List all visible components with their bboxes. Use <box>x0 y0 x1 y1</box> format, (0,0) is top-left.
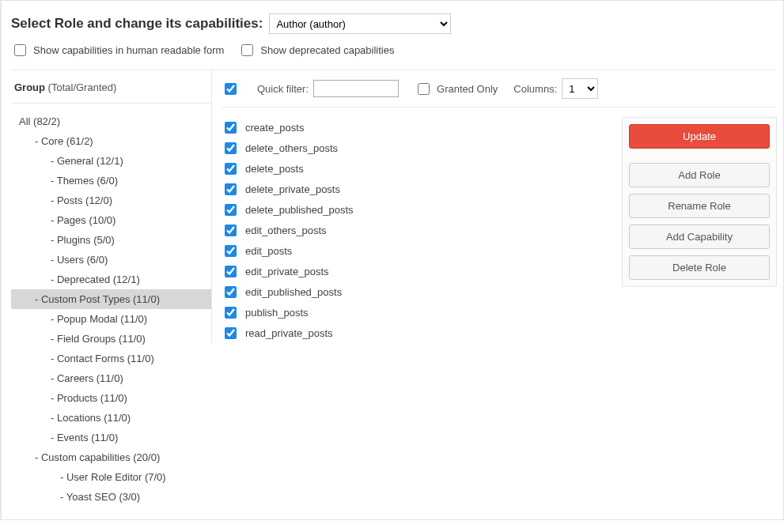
rename-role-button[interactable]: Rename Role <box>629 194 770 218</box>
tree-item[interactable]: - Core (61/2) <box>11 131 211 151</box>
capability-item: edit_published_posts <box>222 281 614 302</box>
capability-checkbox[interactable] <box>225 245 237 257</box>
capability-item: create_posts <box>222 117 614 138</box>
capability-label: create_posts <box>245 122 304 134</box>
quick-filter: Quick filter: <box>257 80 399 97</box>
role-select[interactable]: Author (author) <box>269 13 451 34</box>
columns: Group (Total/Granted) All (82/2)- Core (… <box>11 70 775 507</box>
tree-item[interactable]: - Locations (11/0) <box>11 408 211 428</box>
tree-item[interactable]: - User Role Editor (7/0) <box>11 467 211 487</box>
capability-item: edit_private_posts <box>222 261 614 281</box>
main-area: Quick filter: Granted Only Columns: 1 cr… <box>211 70 775 343</box>
granted-only-label: Granted Only <box>437 83 498 95</box>
add-role-button[interactable]: Add Role <box>629 163 770 187</box>
capability-label: delete_others_posts <box>245 142 338 154</box>
capability-checkbox[interactable] <box>225 122 237 134</box>
tree-item[interactable]: - Posts (12/0) <box>11 191 211 210</box>
capability-item: read_private_posts <box>222 323 614 343</box>
tree-item[interactable]: All (82/2) <box>11 111 211 131</box>
capability-item: delete_posts <box>222 158 614 179</box>
human-readable-label: Show capabilities in human readable form <box>33 44 224 56</box>
capability-label: edit_posts <box>245 245 292 257</box>
tree-item[interactable]: - General (12/1) <box>11 151 211 171</box>
capability-item: delete_others_posts <box>222 138 614 158</box>
header-row: Select Role and change its capabilities:… <box>11 13 775 34</box>
capability-label: read_private_posts <box>245 327 333 339</box>
capability-item: edit_posts <box>222 240 614 261</box>
actions-panel: Update Add Role Rename Role Add Capabili… <box>622 117 777 287</box>
capability-item: publish_posts <box>222 302 614 323</box>
capability-label: delete_published_posts <box>245 204 354 216</box>
capability-list: create_postsdelete_others_postsdelete_po… <box>222 117 614 343</box>
tree-item[interactable]: - Users (6/0) <box>11 250 211 270</box>
capability-checkbox[interactable] <box>225 266 237 277</box>
capability-item: delete_published_posts <box>222 199 614 220</box>
tree-item[interactable]: - Custom Post Types (11/0) <box>11 289 211 309</box>
human-readable-toggle[interactable]: Show capabilities in human readable form <box>11 42 224 58</box>
capability-item: edit_others_posts <box>222 220 614 240</box>
capability-checkbox[interactable] <box>225 183 237 195</box>
tree-item[interactable]: - Themes (6/0) <box>11 171 211 191</box>
tree-item[interactable]: - Pages (10/0) <box>11 210 211 230</box>
sidebar-heading: Group (Total/Granted) <box>11 70 211 104</box>
tree-item[interactable]: - Events (11/0) <box>11 428 211 447</box>
tree-item[interactable]: - Contact Forms (11/0) <box>11 349 211 368</box>
capability-label: delete_private_posts <box>245 183 340 195</box>
capability-checkbox[interactable] <box>225 163 237 175</box>
filter-bar: Quick filter: Granted Only Columns: 1 <box>222 78 775 107</box>
granted-only-checkbox[interactable] <box>418 83 430 95</box>
granted-only-toggle[interactable]: Granted Only <box>415 81 498 97</box>
tree-item[interactable]: - Custom capabilities (20/0) <box>11 447 211 467</box>
capability-label: edit_published_posts <box>245 286 342 298</box>
quick-filter-input[interactable] <box>313 80 399 97</box>
capability-label: delete_posts <box>245 163 304 175</box>
capability-checkbox[interactable] <box>225 327 237 339</box>
deprecated-toggle[interactable]: Show deprecated capabilities <box>238 42 394 58</box>
columns-label: Columns: <box>513 83 557 95</box>
group-tree: All (82/2)- Core (61/2)- General (12/1)-… <box>11 111 211 507</box>
select-all-checkbox[interactable] <box>225 83 237 95</box>
quick-filter-label: Quick filter: <box>257 83 309 95</box>
tree-item[interactable]: - Deprecated (12/1) <box>11 270 211 289</box>
tree-item[interactable]: - Field Groups (11/0) <box>11 329 211 349</box>
update-button[interactable]: Update <box>629 124 770 149</box>
delete-role-button[interactable]: Delete Role <box>629 255 770 280</box>
deprecated-label: Show deprecated capabilities <box>260 44 394 56</box>
capability-checkbox[interactable] <box>225 286 237 298</box>
role-editor-panel: Select Role and change its capabilities:… <box>0 0 784 520</box>
tree-item[interactable]: - Plugins (5/0) <box>11 230 211 250</box>
add-capability-button[interactable]: Add Capability <box>629 224 770 249</box>
columns-control: Columns: 1 <box>513 78 598 99</box>
tree-item[interactable]: - Yoast SEO (3/0) <box>11 487 211 507</box>
capability-label: publish_posts <box>245 307 309 319</box>
tree-item[interactable]: - Popup Modal (11/0) <box>11 309 211 329</box>
columns-select[interactable]: 1 <box>562 78 598 99</box>
mid-lower: create_postsdelete_others_postsdelete_po… <box>222 107 777 343</box>
capability-item: delete_private_posts <box>222 179 614 199</box>
header-label: Select Role and change its capabilities: <box>11 16 263 32</box>
tree-item[interactable]: - Products (11/0) <box>11 388 211 408</box>
capability-checkbox[interactable] <box>225 142 237 154</box>
capability-checkbox[interactable] <box>225 307 237 319</box>
capability-checkbox[interactable] <box>225 224 237 236</box>
human-readable-checkbox[interactable] <box>14 44 26 56</box>
capability-label: edit_others_posts <box>245 224 327 236</box>
capability-label: edit_private_posts <box>245 266 329 277</box>
display-options: Show capabilities in human readable form… <box>11 42 775 58</box>
deprecated-checkbox[interactable] <box>241 44 253 56</box>
sidebar: Group (Total/Granted) All (82/2)- Core (… <box>11 70 211 507</box>
capability-checkbox[interactable] <box>225 204 237 216</box>
tree-item[interactable]: - Careers (11/0) <box>11 368 211 388</box>
